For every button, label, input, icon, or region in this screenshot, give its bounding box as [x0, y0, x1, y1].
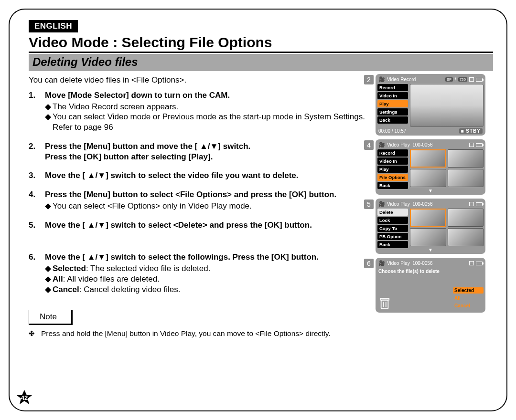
- thumbnail[interactable]: [448, 228, 484, 246]
- lcd-menu-item-selected[interactable]: Delete: [377, 209, 408, 216]
- card-icon: [469, 202, 474, 206]
- lcd-menu-item[interactable]: Back: [377, 241, 408, 248]
- section-subtitle: Deleting Video files: [32, 55, 489, 69]
- screenshot-tag: 6: [364, 259, 374, 268]
- step-lead: Press the [Menu] button and move the [ ▲…: [45, 141, 373, 162]
- thumbnail[interactable]: [410, 228, 446, 246]
- lcd-menu-item-selected[interactable]: File Options: [377, 174, 408, 181]
- lcd-thumbnails: [410, 149, 484, 189]
- step-lead: Move [Mode Selector] down to turn on the…: [45, 90, 373, 101]
- screenshot-tag: 5: [364, 200, 374, 209]
- lcd-thumbnails: [410, 209, 484, 248]
- note-text: Press and hold the [Menu] button in Vide…: [41, 329, 331, 338]
- lcd-options: Selected All Cancel: [453, 287, 484, 309]
- step-lead: Move the [ ▲/▼] switch to select the fol…: [45, 252, 373, 262]
- lcd-pill: SF: [445, 77, 453, 82]
- lcd-pill: 720: [458, 77, 467, 82]
- scroll-down-icon: ▼: [377, 248, 484, 252]
- lcd-menu-item[interactable]: Copy To: [377, 225, 408, 232]
- lcd-title: Video Play 100-0056: [387, 261, 467, 266]
- step-number: 6.: [29, 252, 45, 294]
- note-line: ✤ Press and hold the [Menu] button in Vi…: [29, 329, 373, 338]
- card-icon: [469, 143, 474, 147]
- screenshot-step-4: 4 🎥 Video Play 100-0056 Record Video In …: [376, 139, 493, 195]
- lcd-menu-item[interactable]: Record: [377, 84, 408, 91]
- lcd-menu-item[interactable]: Back: [377, 116, 408, 124]
- steps-list: 1. Move [Mode Selector] down to turn on …: [29, 90, 373, 295]
- card-icon: [469, 77, 474, 82]
- lcd-menu-item[interactable]: Video In: [377, 92, 408, 99]
- camera-icon: 🎥: [378, 201, 385, 207]
- step-2: 2. Press the [Menu] button and move the …: [29, 141, 373, 162]
- svg-rect-1: [380, 298, 389, 300]
- step-number: 2.: [29, 141, 45, 162]
- note-bullet-icon: ✤: [29, 329, 41, 338]
- battery-icon: [476, 262, 483, 265]
- lcd-menu-item-selected[interactable]: Play: [377, 100, 408, 107]
- lcd-menu-item[interactable]: Play: [377, 166, 408, 173]
- lcd-status: ■ STBY: [459, 128, 483, 134]
- screenshot-step-2: 2 🎥 Video Record SF / 720 Record: [376, 74, 493, 136]
- step-5: 5. Move the [ ▲/▼] switch to select <Del…: [29, 220, 373, 231]
- lcd-title: Video Play 100-0056: [387, 201, 467, 207]
- step-4: 4. Press the [Menu] button to select <Fi…: [29, 189, 373, 211]
- step-lead: Move the [ ▲/▼] switch to select <Delete…: [45, 220, 373, 231]
- lcd-option-selected[interactable]: Selected: [453, 287, 484, 294]
- battery-icon: [476, 143, 483, 147]
- step-3: 3. Move the [ ▲/▼] switch to select the …: [29, 170, 373, 181]
- lcd-title: Video Play 100-0056: [387, 142, 467, 147]
- step-1: 1. Move [Mode Selector] down to turn on …: [29, 90, 373, 133]
- lcd-menu-item[interactable]: Settings: [377, 108, 408, 116]
- step-6: 6. Move the [ ▲/▼] switch to select the …: [29, 252, 373, 294]
- step-number: 5.: [29, 220, 45, 231]
- lcd-option[interactable]: All: [453, 295, 484, 301]
- lcd-menu-item[interactable]: Lock: [377, 217, 408, 224]
- step-sub: All: All video files are deleted.: [53, 274, 160, 284]
- lcd-preview-image: [410, 84, 484, 127]
- lcd-time: 00:00 / 10:57: [378, 128, 406, 134]
- card-icon: [469, 261, 474, 265]
- screenshot-tag: 2: [364, 75, 374, 84]
- note-label-box: Note: [29, 310, 73, 325]
- svg-rect-0: [381, 300, 388, 309]
- intro-text: You can delete video files in <File Opti…: [29, 75, 373, 85]
- lcd-menu-item[interactable]: Back: [377, 182, 408, 189]
- lcd-menu-item[interactable]: Record: [377, 149, 408, 157]
- step-number: 1.: [29, 90, 45, 133]
- lcd-menu-item[interactable]: Video In: [377, 158, 408, 165]
- step-sub: You can select <File Options> only in Vi…: [53, 201, 252, 211]
- lcd-title: Video Record: [387, 77, 443, 82]
- thumbnail[interactable]: [448, 169, 484, 187]
- scroll-down-icon: ▼: [377, 189, 484, 193]
- camera-icon: 🎥: [378, 142, 385, 148]
- trash-icon: [379, 297, 390, 310]
- step-lead: Move the [ ▲/▼] switch to select the vid…: [45, 170, 373, 181]
- thumbnail-selected[interactable]: [410, 209, 446, 227]
- lcd-prompt: Choose the file(s) to delete: [377, 268, 441, 277]
- camera-icon: 🎥: [378, 76, 385, 83]
- thumbnail[interactable]: [410, 169, 446, 187]
- screenshot-tag: 4: [364, 140, 374, 150]
- lcd-menu: Delete Lock Copy To PB Option Back: [377, 209, 408, 248]
- lcd-menu: Record Video In Play File Options Back: [377, 149, 408, 189]
- page-number-badge: 42: [16, 389, 32, 406]
- step-number: 3.: [29, 170, 45, 181]
- step-sub: Selected: The selected video file is del…: [53, 263, 210, 274]
- thumbnail[interactable]: [448, 149, 484, 168]
- battery-icon: [476, 78, 483, 82]
- thumbnail-selected[interactable]: [410, 149, 446, 168]
- thumbnail[interactable]: [448, 209, 484, 227]
- battery-icon: [476, 202, 483, 206]
- lcd-menu: Record Video In Play Settings Back: [377, 84, 408, 127]
- page-title: Video Mode : Selecting File Options: [29, 34, 272, 51]
- step-number: 4.: [29, 189, 45, 211]
- lcd-option[interactable]: Cancel: [453, 303, 484, 309]
- screenshot-step-5: 5 🎥 Video Play 100-0056 Delete Lock Copy…: [376, 199, 493, 254]
- step-sub: The Video Record screen appears.: [53, 102, 178, 112]
- camera-icon: 🎥: [378, 260, 385, 266]
- lcd-menu-item[interactable]: PB Option: [377, 233, 408, 240]
- language-tab: ENGLISH: [29, 20, 78, 32]
- step-sub: Cancel: Cancel deleting video files.: [53, 284, 180, 295]
- step-sub: You can select Video mode or Previous mo…: [53, 112, 373, 133]
- step-lead: Press the [Menu] button to select <File …: [45, 189, 373, 200]
